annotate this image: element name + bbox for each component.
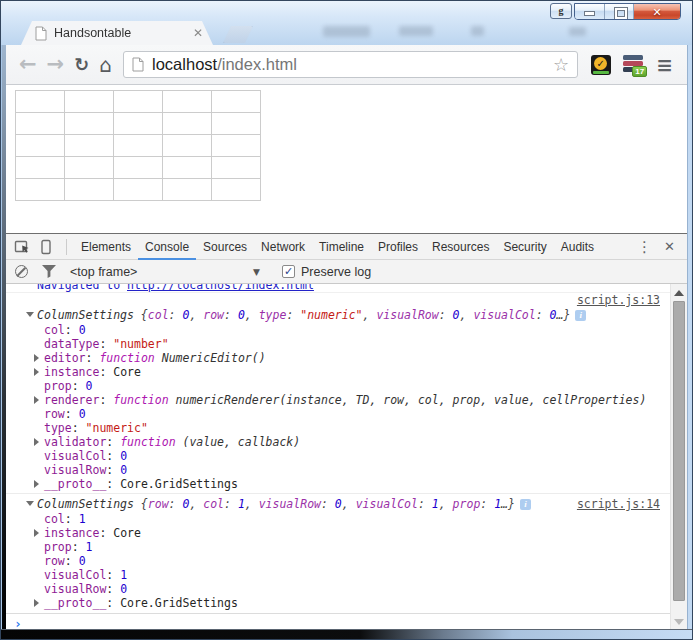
disclosure-triangle-icon[interactable]: [34, 396, 39, 404]
console-scrollbar[interactable]: [670, 284, 687, 629]
grid-cell[interactable]: [65, 179, 114, 201]
disclosure-triangle-icon[interactable]: [34, 599, 39, 607]
devtools-tab-elements[interactable]: Elements: [74, 234, 138, 260]
redacted-text: [471, 26, 484, 36]
home-button[interactable]: ⌂: [99, 55, 112, 75]
disclosure-triangle-icon[interactable]: [34, 368, 39, 376]
scroll-up-icon[interactable]: [674, 290, 684, 296]
devtools-tab-sources[interactable]: Sources: [196, 234, 254, 260]
disclosure-triangle-icon[interactable]: [26, 501, 34, 506]
url-path: /index.html: [217, 55, 297, 73]
frame-selector[interactable]: <top frame> ▼: [70, 265, 260, 279]
grid-cell[interactable]: [163, 135, 212, 157]
grid-cell[interactable]: [114, 179, 163, 201]
grid-cell[interactable]: [114, 157, 163, 179]
info-icon[interactable]: i: [575, 310, 586, 321]
disclosure-triangle-icon[interactable]: [26, 312, 34, 317]
scroll-down-icon[interactable]: [674, 619, 684, 625]
grid-cell[interactable]: [212, 113, 261, 135]
grid-cell[interactable]: [16, 91, 65, 113]
address-bar[interactable]: localhost/index.html ☆: [123, 51, 578, 78]
console-prompt[interactable]: ›: [6, 613, 670, 629]
devtools-tabs: ElementsConsoleSourcesNetworkTimelinePro…: [74, 234, 601, 260]
back-button[interactable]: ←: [19, 54, 37, 75]
disclosure-triangle-icon[interactable]: [34, 529, 39, 537]
inspect-element-icon[interactable]: [14, 239, 30, 255]
scrollbar-thumb[interactable]: [673, 301, 685, 601]
grid-cell[interactable]: [114, 135, 163, 157]
redacted-text: [569, 27, 586, 36]
clear-console-icon[interactable]: [15, 265, 28, 278]
browser-toolbar: ← → ↻ ⌂ localhost/index.html ☆ ✓ 17 ≡: [6, 45, 687, 85]
disclosure-triangle-icon[interactable]: [34, 354, 39, 362]
grid-cell[interactable]: [65, 135, 114, 157]
grid-cell[interactable]: [16, 135, 65, 157]
source-link[interactable]: script.js:14: [577, 496, 660, 512]
grid-cell[interactable]: [16, 157, 65, 179]
grid-cell[interactable]: [163, 113, 212, 135]
devtools-tab-console[interactable]: Console: [138, 234, 196, 260]
devtools-tab-timeline[interactable]: Timeline: [312, 234, 371, 260]
prompt-chevron-icon: ›: [14, 616, 22, 629]
extension-stack-icon[interactable]: 17: [623, 55, 643, 74]
frame-selector-label: <top frame>: [70, 265, 137, 279]
info-icon[interactable]: i: [520, 499, 531, 510]
devtools-tab-profiles[interactable]: Profiles: [371, 234, 425, 260]
grid-cell[interactable]: [65, 91, 114, 113]
grid-cell[interactable]: [212, 157, 261, 179]
filter-icon[interactable]: [42, 265, 56, 278]
new-tab-button[interactable]: [223, 26, 253, 43]
browser-tab[interactable]: Handsontable ✕: [21, 21, 213, 45]
devtools-tab-resources[interactable]: Resources: [425, 234, 496, 260]
console-message-row: prop: 0: [6, 379, 670, 393]
forward-button[interactable]: →: [47, 54, 65, 75]
grid-cell[interactable]: [16, 179, 65, 201]
grid-cell[interactable]: [163, 157, 212, 179]
preserve-log-checkbox[interactable]: ✓: [282, 265, 295, 278]
disclosure-triangle-icon[interactable]: [34, 438, 39, 446]
menu-button[interactable]: ≡: [656, 53, 673, 77]
norton-bar: [593, 71, 609, 74]
bookmark-star-icon[interactable]: ☆: [553, 54, 569, 75]
tab-title: Handsontable: [54, 26, 187, 40]
console-list: Navigated to http://localhost/index.html…: [6, 284, 670, 629]
grid-cell[interactable]: [163, 179, 212, 201]
console-message-row: type: "numeric": [6, 421, 670, 435]
titlebar-plugin-button[interactable]: g: [550, 3, 572, 19]
devtools-overflow-icon[interactable]: ⋮: [629, 238, 660, 256]
console-message-row: row: 0: [6, 407, 670, 421]
maximize-button[interactable]: [605, 4, 634, 19]
norton-check-icon: ✓: [594, 57, 607, 70]
page-icon: [132, 57, 144, 72]
preserve-log-label: Preserve log: [301, 265, 371, 279]
grid-cell[interactable]: [114, 113, 163, 135]
window-frame-right: [687, 45, 692, 629]
console-message-row: editor: function NumericEditor(): [6, 351, 670, 365]
grid-cell[interactable]: [163, 91, 212, 113]
devtools-tab-audits[interactable]: Audits: [554, 234, 601, 260]
devtools-close-icon[interactable]: ✕: [660, 239, 679, 254]
tab-favicon-icon: [35, 26, 47, 41]
grid-cell[interactable]: [212, 179, 261, 201]
grid-cell[interactable]: [16, 113, 65, 135]
table-row: [16, 179, 261, 201]
devtools-tab-security[interactable]: Security: [496, 234, 553, 260]
table-row: [16, 157, 261, 179]
extension-safety-icon[interactable]: ✓: [591, 55, 611, 75]
close-button[interactable]: [634, 4, 680, 19]
console-message-row: row: 0: [6, 554, 670, 568]
grid-cell[interactable]: [65, 113, 114, 135]
source-link[interactable]: script.js:13: [577, 293, 660, 307]
grid-cell[interactable]: [114, 91, 163, 113]
devtools-tab-network[interactable]: Network: [254, 234, 312, 260]
grid-cell[interactable]: [212, 91, 261, 113]
tab-close-icon[interactable]: ✕: [193, 27, 203, 39]
grid-cell[interactable]: [212, 135, 261, 157]
console-pane: Navigated to http://localhost/index.html…: [6, 284, 687, 629]
client-area: ← → ↻ ⌂ localhost/index.html ☆ ✓ 17 ≡: [6, 45, 687, 629]
disclosure-triangle-icon[interactable]: [34, 480, 39, 488]
minimize-button[interactable]: [575, 4, 605, 19]
reload-button[interactable]: ↻: [74, 56, 89, 74]
device-toolbar-icon[interactable]: [40, 239, 52, 255]
grid-cell[interactable]: [65, 157, 114, 179]
